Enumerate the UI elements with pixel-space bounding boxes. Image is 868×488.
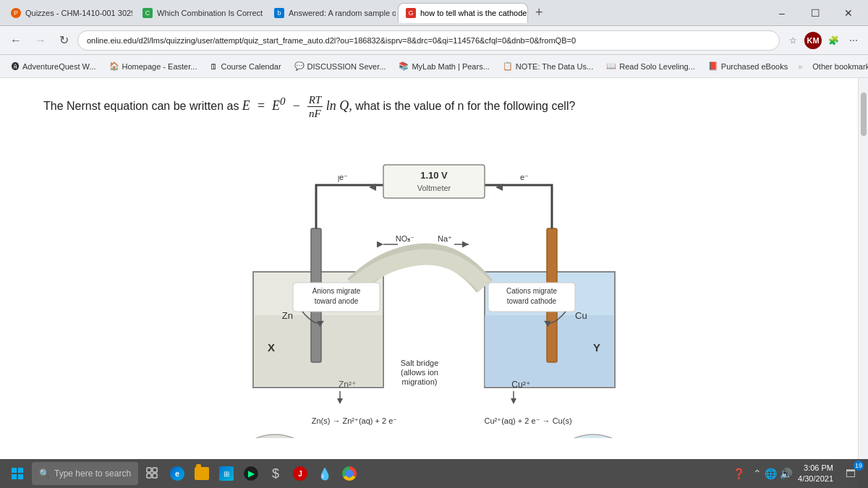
- tab-label-answered: Answered: A random sample of a...: [289, 9, 396, 17]
- dropbox-taskbar[interactable]: 💧: [313, 462, 336, 485]
- taskbar-app-icons: e ⊞ ▶ $ J 💧: [141, 462, 361, 485]
- bookmarks-right: Other bookmarks 📋 Reading list: [807, 56, 868, 77]
- tab-quizzes[interactable]: P Quizzes - CHM-1410-001 30293... ✕: [3, 3, 133, 23]
- notification-button[interactable]: 🗖 19: [839, 462, 862, 485]
- bookmark-homepage[interactable]: 🏠 Homepage - Easter...: [103, 58, 203, 75]
- svg-rect-45: [147, 468, 151, 472]
- unknown-app-taskbar[interactable]: J: [289, 462, 312, 485]
- diagram-area: NO₃⁻ Na⁺ Salt bridge (allows ion migrati…: [0, 127, 868, 488]
- date-display: 4/30/2021: [798, 474, 833, 484]
- zn-electrode-label: Zn: [282, 310, 293, 321]
- scroll-thumb[interactable]: [861, 93, 867, 136]
- tab-which-combination[interactable]: C Which Combination Is Correct Fo... ✕: [135, 3, 265, 23]
- electron-cathode: e⁻: [520, 173, 529, 181]
- windows-store-taskbar[interactable]: ⊞: [215, 462, 238, 485]
- question-text-before: The Nernst equation can be written as: [43, 100, 242, 112]
- taskbar: 🔍 Type here to search e ⊞ ▶ $: [0, 459, 868, 488]
- svg-rect-43: [12, 474, 17, 479]
- help-button[interactable]: ❓: [727, 462, 750, 485]
- minimize-button[interactable]: –: [765, 0, 799, 26]
- bm-icon-ebooks: 📕: [708, 61, 718, 71]
- zn2-beaker-label: Zn²⁺: [339, 380, 356, 390]
- refresh-button[interactable]: ↻: [55, 32, 73, 48]
- bm-label-discussion: DISCUSSION Sever...: [307, 62, 386, 71]
- cu2-beaker-label: Cu²⁺: [511, 380, 529, 390]
- bookmark-ebooks[interactable]: 📕 Purchased eBooks: [702, 58, 793, 75]
- search-placeholder: Type here to search: [54, 468, 131, 479]
- voltmeter-label: Voltmeter: [417, 184, 451, 192]
- electron-anode: e⁻: [339, 173, 348, 181]
- cation-label1: Cations migrate: [506, 287, 557, 295]
- forward-button[interactable]: →: [30, 33, 51, 48]
- bm-icon-note: 📋: [503, 61, 513, 71]
- task-view-button[interactable]: [141, 462, 164, 485]
- restore-button[interactable]: ☐: [799, 0, 832, 26]
- close-button[interactable]: ✕: [832, 0, 865, 26]
- other-bookmarks[interactable]: Other bookmarks: [807, 58, 868, 75]
- clock-display[interactable]: 3:06 PM 4/30/2021: [798, 463, 833, 485]
- salt-bridge-label: Salt bridge: [401, 359, 439, 367]
- address-bar: ← → ↻ ☆ KM 🧩 ⋯: [0, 26, 868, 55]
- bm-label-adventurequest: AdventureQuest W...: [22, 62, 96, 71]
- cu-electrode-label: Cu: [575, 310, 587, 321]
- tab-bar: P Quizzes - CHM-1410-001 30293... ✕ C Wh…: [0, 0, 868, 26]
- voltmeter-reading: 1.10 V: [420, 170, 448, 181]
- question-area: The Nernst equation can be written as E …: [0, 78, 868, 127]
- bm-label-calendar: Course Calendar: [221, 62, 281, 71]
- taskbar-right: ❓ ⌃ 🌐 🔊 3:06 PM 4/30/2021 🗖 19: [727, 462, 862, 485]
- other-bookmarks-label: Other bookmarks: [812, 62, 868, 71]
- system-tray: ❓ ⌃ 🌐 🔊: [727, 462, 792, 485]
- bookmark-calendar[interactable]: 🗓 Course Calendar: [204, 58, 286, 75]
- tab-label-combination: Which Combination Is Correct Fo...: [157, 9, 265, 17]
- bm-icon-homepage: 🏠: [109, 61, 119, 71]
- bookmarks-separator: »: [795, 62, 805, 71]
- svg-rect-41: [12, 468, 17, 473]
- chrome-taskbar[interactable]: [338, 462, 361, 485]
- tab-answered[interactable]: b Answered: A random sample of a... ✕: [266, 3, 396, 23]
- x-label: X: [268, 341, 275, 354]
- profile-icon[interactable]: KM: [804, 32, 822, 49]
- bookmark-read-solo[interactable]: 📖 Read Solo Leveling...: [600, 58, 701, 75]
- no3-label: NO₃⁻: [396, 234, 415, 243]
- dollar-icon-taskbar[interactable]: $: [264, 462, 287, 485]
- bookmark-note[interactable]: 📋 NOTE: The Data Us...: [497, 58, 599, 75]
- svg-rect-46: [153, 468, 157, 472]
- salt-bridge-label3: migration): [402, 377, 438, 386]
- file-explorer-taskbar[interactable]: [190, 462, 213, 485]
- back-button[interactable]: ←: [6, 33, 26, 48]
- tab-label-cathode: how to tell what is the cathode a...: [420, 9, 528, 17]
- bookmark-mylab[interactable]: 📚 MyLab Math | Pears...: [393, 58, 495, 75]
- sidebar-scrollbar[interactable]: [858, 78, 868, 488]
- bookmark-discussion[interactable]: 💬 DISCUSSION Sever...: [289, 58, 392, 75]
- tab-favicon-quizzes: P: [11, 8, 21, 18]
- bm-label-ebooks: Purchased eBooks: [721, 62, 788, 71]
- address-right-icons: ☆ KM 🧩 ⋯: [784, 32, 862, 49]
- settings-icon[interactable]: ⋯: [845, 32, 862, 49]
- taskbar-search[interactable]: 🔍 Type here to search: [32, 462, 138, 485]
- browser-window: P Quizzes - CHM-1410-001 30293... ✕ C Wh…: [0, 0, 868, 488]
- tab-favicon-combination: C: [142, 8, 153, 18]
- media-player-taskbar[interactable]: ▶: [239, 462, 263, 485]
- wifi-icon: 🌐: [765, 468, 777, 479]
- tab-cathode[interactable]: G how to tell what is the cathode a... ✕: [398, 3, 528, 23]
- salt-bridge-label2: (allows ion: [401, 368, 438, 377]
- caret-up-icon[interactable]: ⌃: [753, 468, 762, 479]
- new-tab-button[interactable]: +: [529, 5, 549, 20]
- svg-rect-48: [153, 474, 157, 478]
- speaker-icon: 🔊: [780, 468, 792, 479]
- svg-rect-44: [18, 474, 23, 479]
- address-input[interactable]: [77, 30, 780, 51]
- bm-label-homepage: Homepage - Easter...: [122, 62, 197, 71]
- edge-browser-taskbar[interactable]: e: [166, 462, 189, 485]
- tab-favicon-answered: b: [274, 8, 284, 18]
- favorites-icon[interactable]: ☆: [784, 32, 801, 49]
- start-button[interactable]: [6, 462, 29, 485]
- bookmark-adventurequest[interactable]: 🅐 AdventureQuest W...: [6, 58, 102, 75]
- equation-display: E = E0 − RT nF ln Q,: [242, 98, 355, 113]
- main-content: The Nernst equation can be written as E …: [0, 78, 868, 488]
- search-icon: 🔍: [39, 468, 50, 479]
- svg-rect-47: [147, 474, 151, 478]
- extensions-icon[interactable]: 🧩: [825, 32, 842, 49]
- bm-icon-mylab: 📚: [399, 61, 409, 71]
- notification-badge: 19: [854, 461, 864, 471]
